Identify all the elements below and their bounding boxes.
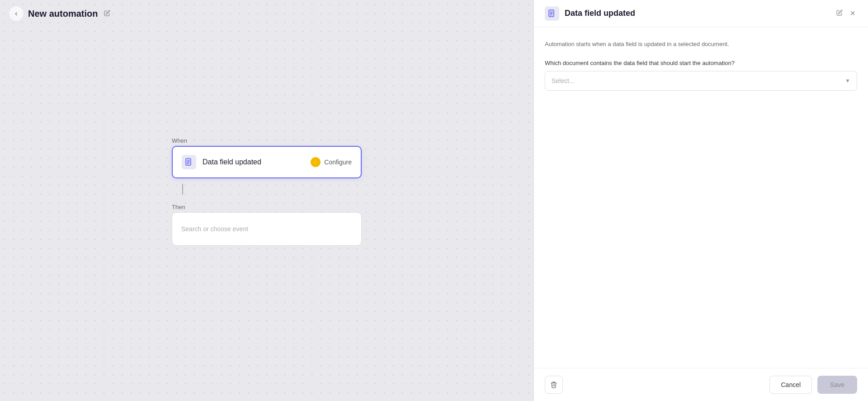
- when-section: When: [172, 137, 362, 178]
- back-button[interactable]: ‹: [9, 6, 24, 21]
- trigger-doc-icon: [182, 155, 196, 169]
- svg-text:!: !: [315, 160, 316, 164]
- flow-connector: [182, 184, 183, 195]
- sidebar-doc-icon: [545, 6, 559, 21]
- when-label: When: [172, 137, 362, 144]
- then-label: Then: [172, 204, 362, 210]
- pencil-icon: [104, 10, 110, 16]
- right-panel-footer: Cancel Save: [534, 368, 868, 401]
- save-button[interactable]: Save: [817, 376, 857, 394]
- configure-label: Configure: [324, 159, 352, 166]
- cancel-button[interactable]: Cancel: [769, 376, 812, 394]
- footer-actions: Cancel Save: [769, 376, 857, 394]
- then-section: Then Search or choose event: [172, 204, 362, 246]
- flow-section: When: [172, 137, 362, 246]
- event-placeholder: Search or choose event: [181, 225, 248, 233]
- automation-title: New automation: [28, 9, 98, 19]
- configure-button[interactable]: ! Configure: [311, 157, 352, 167]
- left-header: ‹ New automation: [0, 0, 533, 27]
- chevron-down-icon: ▼: [845, 78, 850, 84]
- right-panel-body: Automation starts when a data field is u…: [534, 27, 868, 368]
- document-select[interactable]: Select... ▼: [545, 71, 857, 91]
- delete-button[interactable]: [545, 376, 563, 394]
- canvas-content: When: [0, 27, 533, 401]
- automation-canvas: ‹ New automation When: [0, 0, 533, 401]
- right-panel-header: Data field updated ×: [534, 0, 868, 27]
- sidebar-pencil-icon: [836, 9, 843, 16]
- trash-icon: [550, 381, 557, 388]
- automation-description: Automation starts when a data field is u…: [545, 40, 857, 49]
- sidebar-document-icon: [548, 9, 556, 18]
- sidebar-edit-button[interactable]: [836, 9, 843, 17]
- trigger-card-left: Data field updated: [182, 155, 261, 169]
- warning-icon: !: [313, 160, 318, 164]
- trigger-card[interactable]: Data field updated ! Configure: [172, 146, 362, 178]
- document-field-label: Which document contains the data field t…: [545, 60, 857, 66]
- document-icon: [185, 158, 193, 166]
- edit-title-button[interactable]: [102, 8, 112, 19]
- back-icon: ‹: [15, 9, 17, 18]
- select-placeholder: Select...: [552, 77, 575, 84]
- event-card[interactable]: Search or choose event: [172, 212, 362, 246]
- close-icon: ×: [850, 8, 855, 18]
- close-button[interactable]: ×: [848, 6, 857, 20]
- trigger-name: Data field updated: [203, 158, 261, 166]
- right-panel: Data field updated × Automation starts w…: [533, 0, 868, 401]
- configure-warning-dot: !: [311, 157, 321, 167]
- sidebar-title: Data field updated: [565, 9, 831, 18]
